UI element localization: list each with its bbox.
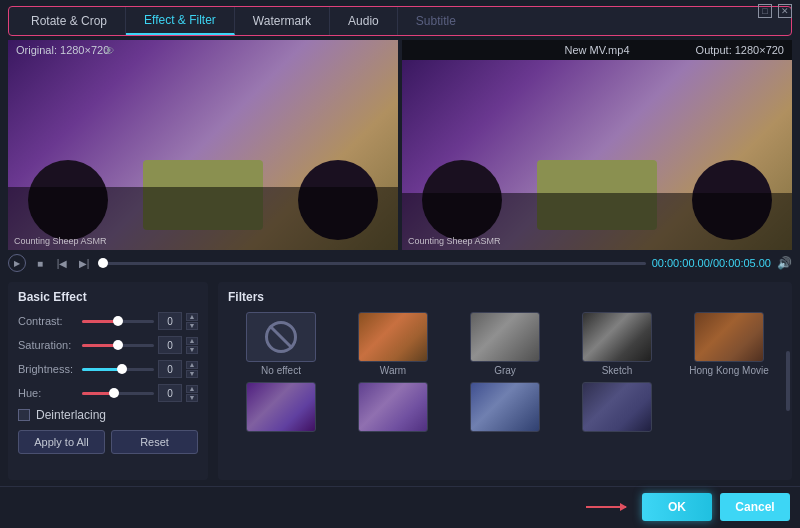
- filter-thumb-row2-2: [358, 382, 428, 432]
- preview-file-name: New MV.mp4: [564, 44, 629, 56]
- filter-label-gray: Gray: [494, 365, 516, 376]
- filters-panel: Filters No effect Warm Gray: [218, 282, 792, 480]
- tab-subtitle[interactable]: Subtitle: [398, 7, 474, 35]
- playback-bar: ▶ ■ |◀ ▶| 00:00:00.00/00:00:05.00 🔊: [0, 250, 800, 276]
- no-effect-line: [269, 325, 294, 350]
- brightness-decrement[interactable]: ▼: [186, 370, 198, 378]
- filter-sketch[interactable]: Sketch: [564, 312, 670, 376]
- tab-watermark[interactable]: Watermark: [235, 7, 330, 35]
- filter-thumb-row2-3: [470, 382, 540, 432]
- brightness-label: Brightness:: [18, 363, 78, 375]
- tabs-bar: Rotate & Crop Effect & Filter Watermark …: [8, 6, 792, 36]
- deinterlacing-label: Deinterlacing: [36, 408, 106, 422]
- time-display: 00:00:00.00/00:00:05.00: [652, 257, 771, 269]
- filter-label-hk: Hong Kong Movie: [689, 365, 769, 376]
- filter-hk-movie[interactable]: Hong Kong Movie: [676, 312, 782, 376]
- window-controls: □ ✕: [750, 0, 800, 22]
- brightness-value: 0: [158, 360, 182, 378]
- filter-label-warm: Warm: [380, 365, 406, 376]
- saturation-increment[interactable]: ▲: [186, 337, 198, 345]
- contrast-value: 0: [158, 312, 182, 330]
- filter-thumb-sketch: [582, 312, 652, 362]
- saturation-decrement[interactable]: ▼: [186, 346, 198, 354]
- contrast-slider[interactable]: [82, 320, 154, 323]
- contrast-row: Contrast: 0 ▲ ▼: [18, 312, 198, 330]
- brightness-slider[interactable]: [82, 368, 154, 371]
- contrast-decrement[interactable]: ▼: [186, 322, 198, 330]
- ok-arrow-indicator: [586, 506, 626, 508]
- filter-label-sketch: Sketch: [602, 365, 633, 376]
- hue-increment[interactable]: ▲: [186, 385, 198, 393]
- bottom-bar: OK Cancel: [0, 486, 800, 527]
- preview-section: Original: 1280×720 👁 Counting Sheep ASMR…: [0, 40, 800, 250]
- preview-left-resolution: Original: 1280×720: [16, 44, 109, 56]
- contrast-label: Contrast:: [18, 315, 78, 327]
- hue-value: 0: [158, 384, 182, 402]
- deinterlacing-row: Deinterlacing: [18, 408, 198, 422]
- preview-left: Original: 1280×720 👁 Counting Sheep ASMR: [8, 40, 398, 250]
- apply-to-all-button[interactable]: Apply to All: [18, 430, 105, 454]
- progress-dot: [98, 258, 108, 268]
- filter-label-no-effect: No effect: [261, 365, 301, 376]
- hue-slider[interactable]: [82, 392, 154, 395]
- progress-bar[interactable]: [98, 262, 646, 265]
- scrollbar[interactable]: [786, 351, 790, 411]
- prev-frame-button[interactable]: |◀: [54, 255, 70, 271]
- preview-right-resolution: Output: 1280×720: [696, 44, 784, 56]
- filter-thumb-row2-1: [246, 382, 316, 432]
- filter-no-effect[interactable]: No effect: [228, 312, 334, 376]
- next-frame-button[interactable]: ▶|: [76, 255, 92, 271]
- hue-stepper[interactable]: ▲ ▼: [186, 385, 198, 402]
- eye-icon[interactable]: 👁: [103, 44, 115, 58]
- preview-right-video: Counting Sheep ASMR: [402, 60, 792, 250]
- contrast-thumb: [113, 316, 123, 326]
- filter-thumb-gray: [470, 312, 540, 362]
- brightness-increment[interactable]: ▲: [186, 361, 198, 369]
- hue-label: Hue:: [18, 387, 78, 399]
- stop-button[interactable]: ■: [32, 255, 48, 271]
- filter-thumb-no-effect: [246, 312, 316, 362]
- saturation-slider[interactable]: [82, 344, 154, 347]
- reset-button[interactable]: Reset: [111, 430, 198, 454]
- deinterlacing-checkbox[interactable]: [18, 409, 30, 421]
- no-effect-icon: [265, 321, 297, 353]
- cancel-button[interactable]: Cancel: [720, 493, 790, 521]
- filter-warm[interactable]: Warm: [340, 312, 446, 376]
- preview-right: New MV.mp4 Output: 1280×720 Counting She…: [402, 40, 792, 250]
- filters-title: Filters: [228, 290, 782, 304]
- preview-left-overlay: Counting Sheep ASMR: [14, 236, 107, 246]
- basic-effect-title: Basic Effect: [18, 290, 198, 304]
- saturation-label: Saturation:: [18, 339, 78, 351]
- filter-row2-1[interactable]: [228, 382, 334, 435]
- brightness-stepper[interactable]: ▲ ▼: [186, 361, 198, 378]
- tab-effect-filter[interactable]: Effect & Filter: [126, 7, 235, 35]
- volume-icon[interactable]: 🔊: [777, 256, 792, 270]
- hue-row: Hue: 0 ▲ ▼: [18, 384, 198, 402]
- filter-thumb-row2-4: [582, 382, 652, 432]
- main-content: Basic Effect Contrast: 0 ▲ ▼ Saturation:…: [0, 276, 800, 486]
- minimize-button[interactable]: □: [758, 4, 772, 18]
- brightness-row: Brightness: 0 ▲ ▼: [18, 360, 198, 378]
- tab-audio[interactable]: Audio: [330, 7, 398, 35]
- saturation-stepper[interactable]: ▲ ▼: [186, 337, 198, 354]
- filter-thumb-warm: [358, 312, 428, 362]
- filter-row2-4[interactable]: [564, 382, 670, 435]
- play-button[interactable]: ▶: [8, 254, 26, 272]
- saturation-value: 0: [158, 336, 182, 354]
- filters-grid: No effect Warm Gray Sketch Hong Kong Mov…: [228, 312, 782, 435]
- tab-rotate-crop[interactable]: Rotate & Crop: [13, 7, 126, 35]
- basic-effect-panel: Basic Effect Contrast: 0 ▲ ▼ Saturation:…: [8, 282, 208, 480]
- saturation-thumb: [113, 340, 123, 350]
- hue-thumb: [109, 388, 119, 398]
- action-buttons: Apply to All Reset: [18, 430, 198, 454]
- contrast-stepper[interactable]: ▲ ▼: [186, 313, 198, 330]
- close-button[interactable]: ✕: [778, 4, 792, 18]
- filter-row2-2[interactable]: [340, 382, 446, 435]
- brightness-thumb: [117, 364, 127, 374]
- hue-decrement[interactable]: ▼: [186, 394, 198, 402]
- filter-gray[interactable]: Gray: [452, 312, 558, 376]
- preview-right-overlay: Counting Sheep ASMR: [408, 236, 501, 246]
- filter-row2-3[interactable]: [452, 382, 558, 435]
- contrast-increment[interactable]: ▲: [186, 313, 198, 321]
- ok-button[interactable]: OK: [642, 493, 712, 521]
